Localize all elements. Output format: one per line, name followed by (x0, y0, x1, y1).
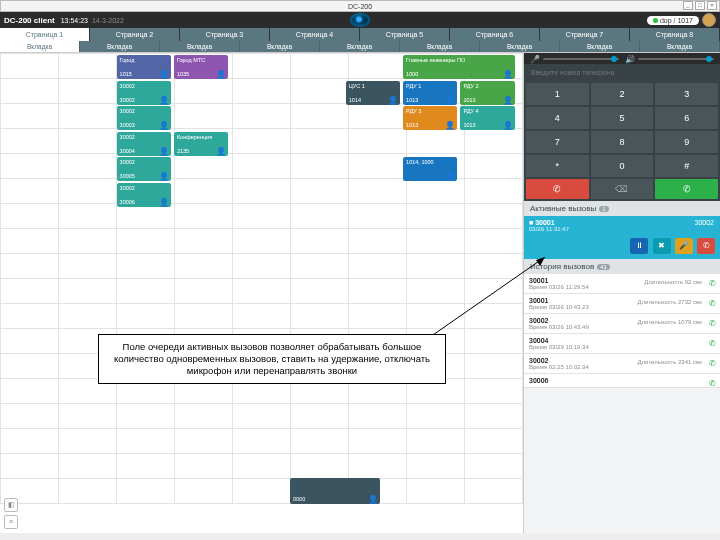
contact-card[interactable]: РДУ 31013👤 (403, 106, 457, 130)
contact-card[interactable]: Главные инженеры ПО1000👤 (403, 55, 515, 79)
grid-control-a[interactable]: ◧ (4, 498, 18, 512)
dial-key[interactable]: 4 (526, 107, 589, 129)
dial-key[interactable]: # (655, 155, 718, 177)
person-icon: 👤 (445, 97, 455, 104)
page-tab[interactable]: Страница 1 (0, 28, 90, 41)
app-logo-icon (350, 13, 370, 27)
person-icon: 👤 (159, 173, 169, 180)
phone-input[interactable] (527, 67, 717, 78)
dial-key[interactable]: 3 (655, 83, 718, 105)
person-icon: 👤 (368, 496, 378, 503)
close-button[interactable]: × (707, 1, 717, 10)
maximize-button[interactable]: □ (695, 1, 705, 10)
dial-key[interactable]: * (526, 155, 589, 177)
pages-tabs: Страница 1Страница 2Страница 3Страница 4… (0, 28, 720, 41)
card-title: РДУ 1 (406, 83, 454, 90)
contact-card[interactable]: 3000230004👤 (117, 132, 171, 156)
minimize-button[interactable]: _ (683, 1, 693, 10)
page-tab[interactable]: Страница 5 (360, 28, 450, 41)
history-row[interactable]: 30004Время 03/29 10:19:34✆ (524, 334, 720, 354)
page-tab[interactable]: Страница 6 (450, 28, 540, 41)
active-calls-count: 1 (599, 206, 608, 212)
contact-card[interactable]: 3000230002👤 (117, 81, 171, 105)
dial-key[interactable]: 1 (526, 83, 589, 105)
contact-card[interactable]: 3000230006👤 (117, 183, 171, 207)
sub-tab[interactable]: Вкладка (400, 41, 480, 52)
card-title: 30002 (120, 108, 168, 115)
history-number: 30001 (529, 277, 548, 284)
call-button[interactable]: ✆ (655, 179, 718, 199)
page-tab[interactable]: Страница 4 (270, 28, 360, 41)
contact-card[interactable]: 3000230003👤 (117, 106, 171, 130)
grid-control-b[interactable]: ≡ (4, 515, 18, 529)
end-call-button[interactable]: ✆ (697, 238, 715, 254)
page-tab[interactable]: Страница 7 (540, 28, 630, 41)
sub-tab[interactable]: Вкладка (480, 41, 560, 52)
summary-card[interactable]: 0000 👤 (290, 478, 380, 504)
dial-key[interactable]: 6 (655, 107, 718, 129)
dial-search (524, 64, 720, 81)
sub-tab[interactable]: Вкладка (240, 41, 320, 52)
card-title: ЦУС 1 (349, 83, 397, 90)
speaker-icon[interactable]: 🔊 (625, 55, 632, 62)
history-row[interactable]: 30001Время 03/26 10:43:23Длительность 27… (524, 294, 720, 314)
dial-key[interactable]: 8 (591, 131, 654, 153)
mic-icon[interactable]: 🎤 (530, 55, 537, 62)
card-title: РДУ 2 (463, 83, 511, 90)
active-call-row[interactable]: ■ 30001 30002 03/26 11:31:47 (524, 216, 720, 235)
contact-card[interactable]: Город МТС1035👤 (174, 55, 228, 79)
app-topbar: DC-200 client 13:54:23 14-3-2022 dop / 1… (0, 12, 720, 28)
person-icon: 👤 (445, 173, 455, 180)
contact-card[interactable]: Конференция2135👤 (174, 132, 228, 156)
card-title: Главные инженеры ПО (406, 57, 512, 64)
hangup-button[interactable]: ✆ (526, 179, 589, 199)
mute-button[interactable]: 🎤 (675, 238, 693, 254)
page-tab[interactable]: Страница 8 (630, 28, 720, 41)
dial-key[interactable]: 5 (591, 107, 654, 129)
history-row[interactable]: 30006✆ (524, 374, 720, 388)
person-icon: 👤 (216, 71, 226, 78)
contact-card[interactable]: ЦУС 11014👤 (346, 81, 400, 105)
sub-tab[interactable]: Вкладка (640, 41, 720, 52)
dial-key[interactable]: 9 (655, 131, 718, 153)
clock: 13:54:23 (61, 17, 88, 24)
card-number: 1013 (406, 122, 418, 129)
person-icon: 👤 (159, 148, 169, 155)
history-number: 30001 (529, 297, 548, 304)
history-row[interactable]: 30002Время 03/26 10:43:49Длительность 10… (524, 314, 720, 334)
contact-card[interactable]: РДУ 21013👤 (460, 81, 514, 105)
history-number: 30002 (529, 317, 548, 324)
clear-button[interactable]: ⌫ (591, 179, 654, 199)
annotation-callout: Поле очереди активных вызовов позволяет … (98, 334, 446, 384)
dial-key[interactable]: 2 (591, 83, 654, 105)
sub-tab[interactable]: Вкладка (560, 41, 640, 52)
dial-key[interactable]: 7 (526, 131, 589, 153)
page-tab[interactable]: Страница 2 (90, 28, 180, 41)
sub-tab[interactable]: Вкладка (80, 41, 160, 52)
sub-tab[interactable]: Вкладка (0, 41, 80, 52)
status-pill[interactable]: dop / 1017 (647, 16, 699, 25)
sub-tab[interactable]: Вкладка (320, 41, 400, 52)
mic-slider[interactable] (543, 58, 619, 60)
speaker-slider[interactable] (638, 58, 714, 60)
transfer-button[interactable]: ✖ (653, 238, 671, 254)
card-number: 1035 (177, 71, 189, 78)
phone-icon: ✆ (709, 379, 716, 388)
dial-key[interactable]: 0 (591, 155, 654, 177)
card-title: 30002 (120, 83, 168, 90)
contact-card[interactable]: Город1015👤 (117, 55, 171, 79)
page-tab[interactable]: Страница 3 (180, 28, 270, 41)
dialpad: 123456789*0# ✆ ⌫ ✆ (524, 81, 720, 201)
app-name: DC-200 client (4, 16, 55, 25)
history-row[interactable]: 30002Время 02:25 10:02:34Длительность 23… (524, 354, 720, 374)
person-icon: 👤 (503, 122, 513, 129)
hold-button[interactable]: ⏸ (630, 238, 648, 254)
history-row[interactable]: 30001Время 03/26 11:29:54Длительность 92… (524, 274, 720, 294)
contact-card[interactable]: 1014, 1000👤 (403, 157, 457, 181)
card-number: 30004 (120, 148, 135, 155)
contact-card[interactable]: РДУ 11013👤 (403, 81, 457, 105)
contact-card[interactable]: РДУ 41013👤 (460, 106, 514, 130)
contact-card[interactable]: 3000230005👤 (117, 157, 171, 181)
sub-tab[interactable]: Вкладка (160, 41, 240, 52)
avatar[interactable] (702, 13, 716, 27)
